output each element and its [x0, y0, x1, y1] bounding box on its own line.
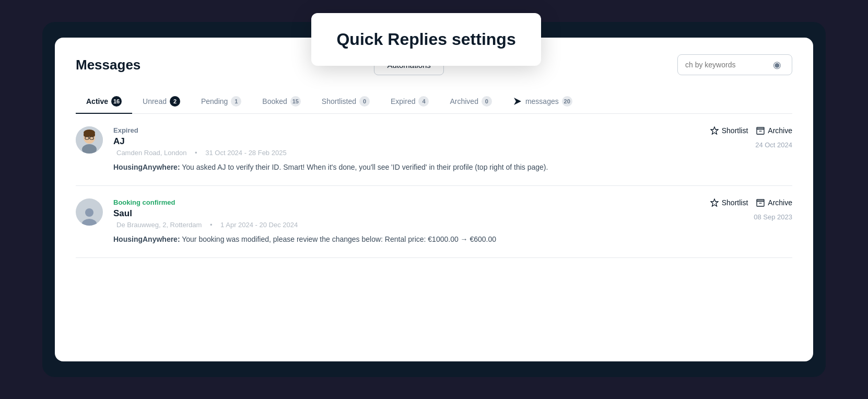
message-status: Booking confirmed: [113, 198, 677, 206]
svg-rect-11: [757, 127, 764, 129]
quick-replies-title: Quick Replies settings: [336, 30, 515, 49]
svg-rect-4: [84, 133, 95, 137]
action-buttons: Shortlist Archive: [710, 126, 792, 135]
tab-booked-label: Booked: [262, 97, 287, 105]
action-buttons: Shortlist Archive: [710, 198, 792, 207]
tab-booked[interactable]: Booked 15: [252, 90, 311, 114]
star-icon: [710, 198, 719, 207]
message-date: 24 Oct 2024: [755, 141, 792, 149]
tab-booked-badge: 15: [290, 96, 301, 107]
tab-unread-label: Unread: [143, 97, 167, 105]
svg-point-14: [82, 219, 97, 226]
message-actions: Shortlist Archive 24 Oct 2024: [688, 126, 792, 149]
app-wrapper: Messages Quick Replies settings Automati…: [42, 22, 826, 377]
tab-shortlisted-badge: 0: [359, 96, 370, 107]
tab-active-label: Active: [86, 97, 108, 105]
shortlist-button[interactable]: Shortlist: [710, 198, 748, 207]
shortlist-button[interactable]: Shortlist: [710, 126, 748, 135]
archive-button[interactable]: Archive: [756, 126, 792, 135]
svg-marker-9: [711, 127, 718, 134]
search-clear-icon[interactable]: ◉: [773, 59, 781, 71]
message-content: Booking confirmed Saul De Brauwweg, 2, R…: [113, 198, 677, 245]
search-input[interactable]: [685, 61, 769, 69]
tab-pending[interactable]: Pending 1: [191, 90, 252, 114]
svg-marker-15: [711, 199, 718, 206]
message-content: Expired AJ Camden Road, London • 31 Oct …: [113, 126, 677, 173]
avatar: [76, 198, 103, 226]
message-name: Saul: [113, 208, 677, 219]
archive-icon: [756, 198, 765, 207]
automations-button[interactable]: Automations: [374, 55, 443, 75]
tab-unread-badge: 2: [170, 96, 180, 107]
tab-expired-badge: 4: [418, 96, 429, 107]
star-icon: [710, 126, 719, 135]
tab-messages-badge: 20: [562, 96, 572, 107]
message-preview: HousingAnywhere: You asked AJ to verify …: [113, 162, 677, 173]
page-title: Messages: [76, 57, 140, 73]
tab-archived-badge: 0: [482, 96, 492, 107]
tabs: Active 16 Unread 2 Pending 1 Booked 15 S…: [76, 90, 792, 114]
svg-rect-17: [757, 199, 764, 201]
tab-expired-label: Expired: [391, 97, 415, 105]
svg-rect-10: [757, 129, 764, 134]
tab-expired[interactable]: Expired 4: [380, 90, 439, 114]
tab-messages[interactable]: messages 20: [502, 90, 583, 114]
message-preview: HousingAnywhere: Your booking was modifi…: [113, 234, 677, 245]
svg-marker-0: [514, 98, 521, 105]
archive-button[interactable]: Archive: [756, 198, 792, 207]
tab-shortlisted-label: Shortlisted: [322, 97, 356, 105]
archive-icon: [756, 126, 765, 135]
message-name: AJ: [113, 136, 677, 147]
message-address: De Brauwweg, 2, Rotterdam • 1 Apr 2024 -…: [113, 221, 677, 229]
svg-rect-16: [757, 201, 764, 206]
main-card: Messages Quick Replies settings Automati…: [55, 38, 813, 361]
tab-pending-label: Pending: [201, 97, 228, 105]
message-actions: Shortlist Archive 08 Sep 2023: [688, 198, 792, 221]
svg-point-13: [85, 208, 93, 217]
message-date: 08 Sep 2023: [754, 213, 792, 221]
table-row: Booking confirmed Saul De Brauwweg, 2, R…: [76, 186, 792, 258]
table-row: Expired AJ Camden Road, London • 31 Oct …: [76, 114, 792, 186]
message-list: Expired AJ Camden Road, London • 31 Oct …: [76, 114, 792, 258]
tab-shortlisted[interactable]: Shortlisted 0: [311, 90, 380, 114]
tab-active-badge: 16: [111, 96, 122, 107]
tab-pending-badge: 1: [231, 96, 241, 107]
message-status: Expired: [113, 126, 677, 134]
header: Messages Quick Replies settings Automati…: [76, 54, 792, 75]
avatar: [76, 126, 103, 154]
tab-archived-label: Archived: [450, 97, 478, 105]
header-center: Quick Replies settings Automations: [374, 55, 443, 75]
flag-icon: [513, 97, 522, 106]
message-address: Camden Road, London • 31 Oct 2024 - 28 F…: [113, 149, 677, 157]
tab-active[interactable]: Active 16: [76, 90, 132, 114]
tab-unread[interactable]: Unread 2: [132, 90, 191, 114]
tab-archived[interactable]: Archived 0: [439, 90, 502, 114]
search-bar: ◉: [677, 54, 792, 75]
tab-messages-label: messages: [525, 97, 559, 105]
